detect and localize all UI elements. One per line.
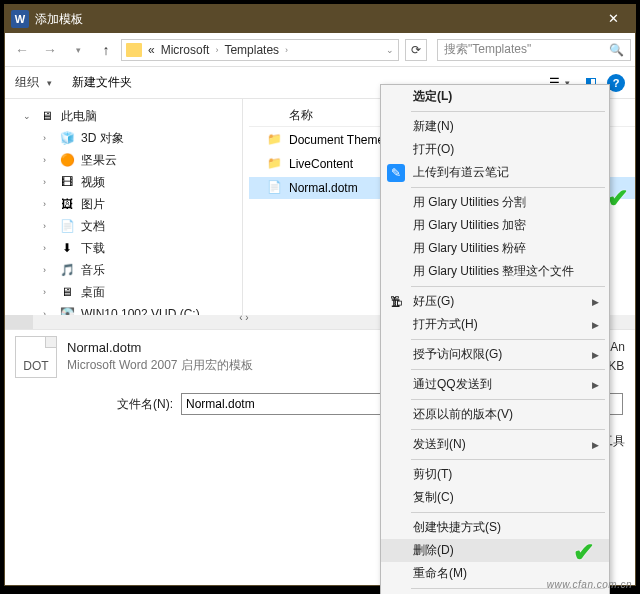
up-button[interactable]: ↑ bbox=[93, 37, 119, 63]
window-title: 添加模板 bbox=[35, 11, 591, 28]
ctx-cut[interactable]: 剪切(T) bbox=[381, 463, 609, 486]
titlebar[interactable]: W 添加模板 ✕ bbox=[5, 5, 635, 33]
detail-filename: Normal.dotm bbox=[67, 340, 253, 355]
ctx-sendto[interactable]: 发送到(N)▶ bbox=[381, 433, 609, 456]
search-input[interactable]: 搜索"Templates" 🔍 bbox=[437, 39, 631, 61]
forward-button[interactable]: → bbox=[37, 37, 63, 63]
tree-item-nutstore[interactable]: ›🟠坚果云 bbox=[5, 149, 242, 171]
submenu-arrow-icon: ▶ bbox=[592, 350, 599, 360]
detail-description: Microsoft Word 2007 启用宏的模板 bbox=[67, 357, 253, 374]
watermark: www.cfan.com.cn bbox=[547, 579, 632, 590]
ctx-glary-organize[interactable]: 用 Glary Utilities 整理这个文件 bbox=[381, 260, 609, 283]
dropdown-icon[interactable]: ▾ bbox=[47, 78, 52, 88]
youdao-icon: ✎ bbox=[387, 164, 405, 182]
chevron-icon[interactable]: › bbox=[215, 45, 218, 55]
breadcrumb-2[interactable]: Templates bbox=[224, 43, 279, 57]
pc-icon: 🖥 bbox=[39, 108, 55, 124]
close-button[interactable]: ✕ bbox=[591, 5, 635, 33]
tree-item-downloads[interactable]: ›⬇下载 bbox=[5, 237, 242, 259]
check-icon: ✔ bbox=[607, 183, 629, 214]
back-button[interactable]: ← bbox=[9, 37, 35, 63]
nut-icon: 🟠 bbox=[59, 152, 75, 168]
folder-icon: 📁 bbox=[267, 156, 283, 172]
address-expand-icon[interactable]: ⌄ bbox=[386, 45, 394, 55]
filename-label: 文件名(N): bbox=[5, 396, 173, 413]
video-icon: 🎞 bbox=[59, 174, 75, 190]
haozip-icon: 🗜 bbox=[387, 293, 405, 311]
submenu-arrow-icon: ▶ bbox=[592, 440, 599, 450]
address-bar[interactable]: « Microsoft › Templates › ⌄ bbox=[121, 39, 399, 61]
tree-item-documents[interactable]: ›📄文档 bbox=[5, 215, 242, 237]
refresh-button[interactable]: ⟳ bbox=[405, 39, 427, 61]
tree-item-music[interactable]: ›🎵音乐 bbox=[5, 259, 242, 281]
ctx-restore-version[interactable]: 还原以前的版本(V) bbox=[381, 403, 609, 426]
chevron-icon[interactable]: › bbox=[285, 45, 288, 55]
organize-button[interactable]: 组织 bbox=[15, 74, 39, 91]
expand-icon[interactable]: ⌄ bbox=[23, 111, 33, 121]
tree-item-desktop[interactable]: ›🖥桌面 bbox=[5, 281, 242, 303]
folder-icon bbox=[126, 43, 142, 57]
file-name: Document Themes bbox=[289, 133, 390, 147]
tree-this-pc[interactable]: ⌄ 🖥 此电脑 bbox=[5, 105, 242, 127]
ctx-copy[interactable]: 复制(C) bbox=[381, 486, 609, 509]
ctx-youdao[interactable]: ✎上传到有道云笔记 bbox=[381, 161, 609, 184]
file-name: Normal.dotm bbox=[289, 181, 358, 195]
recent-dropdown[interactable]: ▾ bbox=[65, 37, 91, 63]
search-icon: 🔍 bbox=[609, 43, 624, 57]
breadcrumb-1[interactable]: Microsoft bbox=[161, 43, 210, 57]
ctx-glary-encrypt[interactable]: 用 Glary Utilities 加密 bbox=[381, 214, 609, 237]
tree-item-3d[interactable]: ›🧊3D 对象 bbox=[5, 127, 242, 149]
tree-label: 此电脑 bbox=[61, 108, 97, 125]
submenu-arrow-icon: ▶ bbox=[592, 380, 599, 390]
ctx-grant-access[interactable]: 授予访问权限(G)▶ bbox=[381, 343, 609, 366]
word-icon: W bbox=[11, 10, 29, 28]
ctx-qq-send[interactable]: 通过QQ发送到▶ bbox=[381, 373, 609, 396]
ctx-new[interactable]: 新建(N) bbox=[381, 115, 609, 138]
file-type-icon: DOT bbox=[15, 336, 57, 378]
file-name: LiveContent bbox=[289, 157, 353, 171]
ctx-haozip[interactable]: 🗜好压(G)▶ bbox=[381, 290, 609, 313]
ctx-openwith[interactable]: 打开方式(H)▶ bbox=[381, 313, 609, 336]
folder-icon: 📁 bbox=[267, 132, 283, 148]
context-menu: 选定(L) 新建(N) 打开(O) ✎上传到有道云笔记 用 Glary Util… bbox=[380, 84, 610, 594]
submenu-arrow-icon: ▶ bbox=[592, 320, 599, 330]
search-placeholder: 搜索"Templates" bbox=[444, 41, 531, 58]
sidebar-scrollbar[interactable] bbox=[5, 315, 243, 329]
ctx-glary-split[interactable]: 用 Glary Utilities 分割 bbox=[381, 191, 609, 214]
download-icon: ⬇ bbox=[59, 240, 75, 256]
doc-icon: 📄 bbox=[59, 218, 75, 234]
tree-item-pictures[interactable]: ›🖼图片 bbox=[5, 193, 242, 215]
cube-icon: 🧊 bbox=[59, 130, 75, 146]
submenu-arrow-icon: ▶ bbox=[592, 297, 599, 307]
ctx-select[interactable]: 选定(L) bbox=[381, 85, 609, 108]
ctx-open[interactable]: 打开(O) bbox=[381, 138, 609, 161]
address-dropdown-icon: « bbox=[148, 43, 155, 57]
desktop-icon: 🖥 bbox=[59, 284, 75, 300]
ctx-delete[interactable]: 删除(D)✔ bbox=[381, 539, 609, 562]
dotm-icon: 📄 bbox=[267, 180, 283, 196]
new-folder-button[interactable]: 新建文件夹 bbox=[72, 74, 132, 91]
picture-icon: 🖼 bbox=[59, 196, 75, 212]
ctx-glary-shred[interactable]: 用 Glary Utilities 粉碎 bbox=[381, 237, 609, 260]
music-icon: 🎵 bbox=[59, 262, 75, 278]
address-bar-row: ← → ▾ ↑ « Microsoft › Templates › ⌄ ⟳ 搜索… bbox=[5, 33, 635, 67]
sidebar: ⌄ 🖥 此电脑 ›🧊3D 对象 ›🟠坚果云 ›🎞视频 ›🖼图片 ›📄文档 ›⬇下… bbox=[5, 99, 243, 329]
tree-item-videos[interactable]: ›🎞视频 bbox=[5, 171, 242, 193]
ctx-shortcut[interactable]: 创建快捷方式(S) bbox=[381, 516, 609, 539]
